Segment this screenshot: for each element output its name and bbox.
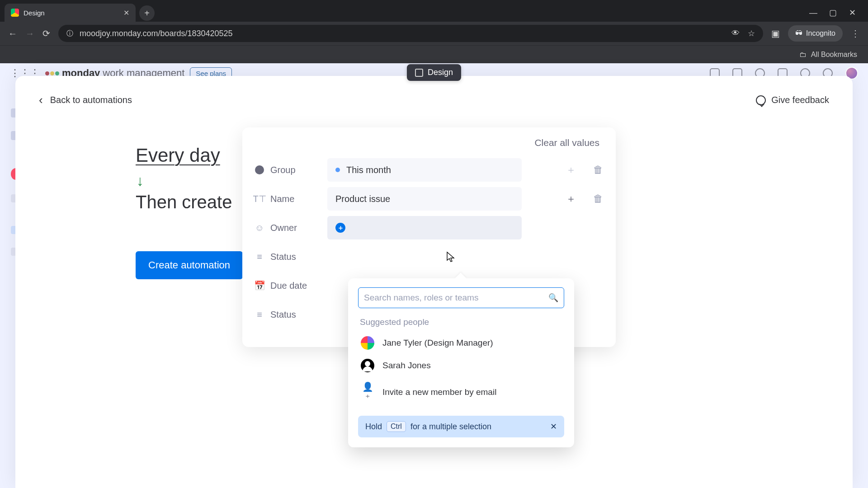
clear-all-values-link[interactable]: Clear all values — [255, 136, 603, 155]
bookmark-star-icon[interactable]: ☆ — [748, 28, 755, 38]
content-tab-badge[interactable]: Design — [407, 64, 461, 81]
give-feedback-button[interactable]: Give feedback — [756, 95, 829, 105]
side-panel-icon[interactable]: ▣ — [771, 28, 780, 39]
url-bar[interactable]: ⓘ moodjoy.monday.com/boards/1830420525 👁… — [58, 25, 763, 42]
owner-value[interactable]: ＋ — [327, 216, 522, 239]
feedback-bubble-icon — [756, 95, 766, 105]
browser-tabstrip: Design ✕ + — ▢ ✕ — [0, 0, 868, 22]
person-name: Sarah Jones — [382, 361, 431, 371]
row-status-label: Status — [270, 252, 296, 262]
people-search-input[interactable] — [364, 293, 544, 303]
new-tab-button[interactable]: + — [139, 5, 155, 21]
name-value[interactable]: Product issue — [327, 187, 522, 211]
create-automation-button[interactable]: Create automation — [136, 251, 243, 279]
mouse-cursor-icon — [445, 251, 456, 264]
browser-tab-active[interactable]: Design ✕ — [5, 4, 136, 22]
people-type-icon: ☺ — [255, 223, 264, 232]
status-type-icon: ≡ — [255, 252, 264, 261]
row-status: ≡Status — [255, 242, 603, 271]
url-text: moodjoy.monday.com/boards/1830420525 — [80, 29, 725, 38]
tab-title: Design — [24, 9, 45, 17]
row-delete-icon[interactable]: 🗑 — [593, 164, 603, 176]
browser-menu-icon[interactable]: ⋮ — [851, 28, 860, 39]
suggested-person[interactable]: Sarah Jones — [358, 354, 564, 377]
row-delete-icon[interactable]: 🗑 — [593, 193, 603, 205]
row-status2-label: Status — [270, 310, 296, 320]
row-due-label: Due date — [270, 281, 307, 291]
chevron-left-icon: ‹ — [39, 93, 43, 107]
window-maximize-icon[interactable]: ▢ — [829, 8, 835, 18]
people-search[interactable]: 🔍 — [358, 287, 564, 308]
invite-member-button[interactable]: 👤⁺ Invite a new member by email — [358, 377, 564, 408]
all-bookmarks-folder-icon[interactable]: 🗀 — [799, 51, 807, 59]
owner-picker-dropdown: 🔍 Suggested people Jane Tyler (Design Ma… — [348, 278, 574, 447]
hint-close-icon[interactable]: ✕ — [550, 422, 557, 432]
add-person-icon[interactable]: ＋ — [335, 223, 345, 233]
back-to-automations-button[interactable]: ‹ Back to automations — [39, 93, 132, 107]
incognito-eye-icon[interactable]: 👁 — [731, 28, 740, 38]
row-name: T⊤Name Product issue ＋ 🗑 — [255, 184, 603, 213]
hint-pre: Hold — [365, 422, 382, 432]
text-type-icon: T⊤ — [255, 194, 264, 203]
content-tab-title: Design — [428, 68, 453, 77]
automation-sentence: Every day ↓ Then create Create automatio… — [136, 145, 243, 279]
avatar-icon — [361, 359, 374, 372]
then-create-text: Then create — [136, 192, 243, 212]
invite-label: Invite a new member by email — [382, 387, 496, 397]
invite-person-icon: 👤⁺ — [361, 381, 374, 403]
row-owner-label: Owner — [270, 223, 297, 233]
incognito-hat-icon: 🕶 — [795, 29, 802, 38]
group-color-dot-icon — [335, 168, 340, 172]
bookmarks-bar: 🗀 All Bookmarks — [0, 45, 868, 63]
name-value-text: Product issue — [335, 194, 390, 204]
person-name: Jane Tyler (Design Manager) — [382, 338, 493, 348]
nav-reload-icon[interactable]: ⟳ — [42, 28, 50, 39]
hint-key: Ctrl — [387, 421, 406, 432]
trigger-link[interactable]: Every day — [136, 145, 243, 166]
group-value[interactable]: This month — [327, 158, 522, 182]
search-icon[interactable]: 🔍 — [548, 293, 558, 303]
row-name-label: Name — [270, 194, 294, 204]
window-controls: — ▢ ✕ — [809, 4, 863, 22]
row-group-label: Group — [270, 165, 296, 175]
nav-forward-icon[interactable]: → — [25, 28, 34, 39]
multi-select-hint: Hold Ctrl for a multiple selection ✕ — [358, 416, 564, 437]
group-value-text: This month — [346, 165, 391, 175]
window-minimize-icon[interactable]: — — [809, 8, 816, 18]
row-add-icon[interactable]: ＋ — [566, 163, 576, 177]
window-close-icon[interactable]: ✕ — [849, 8, 855, 18]
row-add-icon[interactable]: ＋ — [566, 192, 576, 206]
date-type-icon: 📅 — [255, 281, 264, 290]
tab-close-icon[interactable]: ✕ — [123, 9, 129, 17]
back-label: Back to automations — [50, 95, 132, 105]
tab-favicon-icon — [11, 9, 19, 17]
incognito-badge[interactable]: 🕶 Incognito — [788, 25, 843, 42]
hint-post: for a multiple selection — [410, 422, 491, 432]
status-type-icon: ≡ — [255, 310, 264, 319]
incognito-label: Incognito — [806, 29, 835, 38]
panel-icon — [415, 69, 423, 77]
suggested-person[interactable]: Jane Tyler (Design Manager) — [358, 332, 564, 354]
all-bookmarks-label[interactable]: All Bookmarks — [811, 51, 857, 59]
status-value[interactable] — [327, 245, 522, 268]
suggested-people-header: Suggested people — [360, 317, 564, 327]
site-info-icon[interactable]: ⓘ — [66, 29, 73, 38]
row-owner: ☺Owner ＋ +🗑 — [255, 213, 603, 242]
row-group: Group This month ＋ 🗑 — [255, 155, 603, 184]
browser-toolbar: ← → ⟳ ⓘ moodjoy.monday.com/boards/183042… — [0, 22, 868, 45]
feedback-label: Give feedback — [771, 95, 829, 105]
nav-back-icon[interactable]: ← — [8, 28, 17, 39]
avatar-icon — [361, 336, 374, 350]
group-type-icon — [255, 165, 264, 174]
flow-arrow-icon: ↓ — [137, 173, 243, 189]
